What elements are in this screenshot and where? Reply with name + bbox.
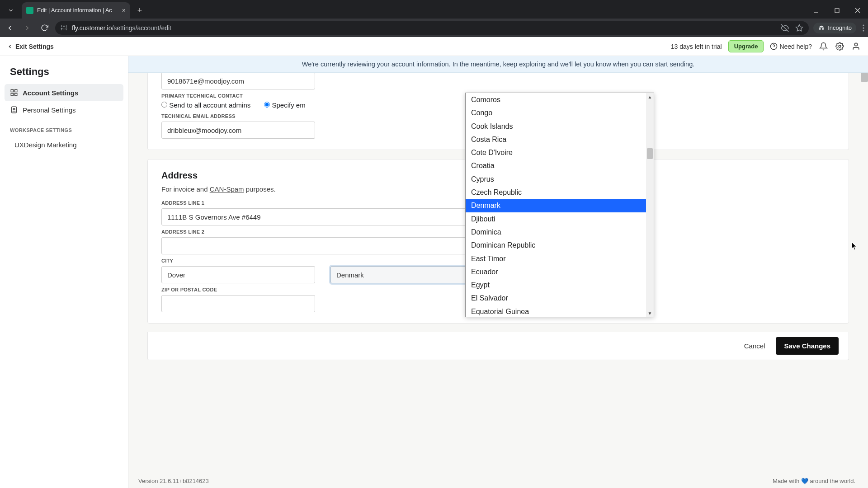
country-option[interactable]: Congo — [466, 106, 646, 119]
browser-tab[interactable]: Edit | Account information | Ac × — [22, 2, 130, 19]
country-option[interactable]: Czech Republic — [466, 186, 646, 199]
heart-icon: 💙 — [801, 478, 808, 484]
need-help-button[interactable]: Need help? — [770, 42, 812, 50]
site-settings-icon[interactable] — [61, 24, 67, 31]
url-text: fly.customer.io/settings/account/edit — [72, 24, 171, 32]
save-changes-button[interactable]: Save Changes — [776, 337, 839, 355]
version-text: Version 21.6.11+b8214623 — [138, 478, 209, 484]
address-line2-input[interactable] — [161, 237, 469, 254]
svg-point-21 — [854, 43, 857, 46]
country-select[interactable]: Denmark — [330, 266, 484, 283]
gear-icon[interactable] — [835, 42, 844, 52]
dropdown-scrollbar[interactable]: ▲ ▼ — [646, 93, 654, 317]
incognito-icon — [818, 24, 825, 32]
country-option[interactable]: Cote D'Ivoire — [466, 146, 646, 159]
scroll-up-arrow[interactable]: ▲ — [646, 93, 654, 100]
country-dropdown-list[interactable]: ComorosCongoCook IslandsCosta RicaCote D… — [465, 93, 654, 317]
bookmark-star-icon[interactable] — [795, 24, 803, 32]
browser-address-bar: fly.customer.io/settings/account/edit In… — [0, 19, 868, 37]
app-top-bar: Exit Settings 13 days left in trial Upgr… — [0, 37, 868, 56]
radio-specify-email[interactable]: Specify em — [264, 101, 305, 109]
favicon-icon — [26, 7, 33, 14]
scroll-down-arrow[interactable]: ▼ — [646, 310, 654, 317]
svg-point-20 — [839, 45, 841, 47]
profile-icon[interactable] — [851, 42, 861, 52]
maximize-icon[interactable] — [826, 2, 847, 19]
url-input[interactable]: fly.customer.io/settings/account/edit — [55, 21, 809, 35]
new-tab-button[interactable]: + — [133, 4, 146, 17]
trial-status: 13 days left in trial — [671, 43, 722, 50]
cancel-button[interactable]: Cancel — [744, 342, 765, 350]
sidebar-item-personal-settings[interactable]: Personal Settings — [5, 101, 123, 118]
chevron-left-icon — [7, 44, 13, 49]
country-option[interactable]: Ecuador — [466, 265, 646, 278]
minimize-icon[interactable] — [806, 2, 826, 19]
tab-search-dropdown[interactable] — [0, 2, 22, 19]
country-option[interactable]: Dominican Republic — [466, 239, 646, 252]
sidebar: Settings Account SettingsPersonal Settin… — [0, 56, 128, 488]
kebab-menu-icon[interactable] — [863, 24, 864, 32]
user-icon — [10, 106, 18, 114]
label-city: CITY — [161, 258, 315, 263]
country-option[interactable]: Denmark — [466, 199, 646, 212]
mouse-cursor-icon — [851, 242, 858, 250]
svg-point-15 — [863, 24, 864, 26]
close-window-icon[interactable] — [847, 2, 868, 19]
city-input[interactable] — [161, 266, 315, 283]
country-option[interactable]: East Timor — [466, 252, 646, 265]
svg-rect-25 — [11, 94, 13, 96]
zip-input[interactable] — [161, 295, 315, 312]
close-tab-icon[interactable]: × — [122, 7, 126, 14]
country-option[interactable]: Costa Rica — [466, 133, 646, 146]
made-with-love: Made with 💙 around the world. — [773, 478, 855, 484]
country-option[interactable]: Comoros — [466, 93, 646, 106]
country-option[interactable]: Egypt — [466, 278, 646, 291]
tab-title: Edit | Account information | Ac — [37, 7, 112, 14]
reload-icon[interactable] — [38, 22, 51, 34]
notifications-icon[interactable] — [818, 42, 828, 52]
help-circle-icon — [770, 42, 778, 50]
svg-rect-23 — [15, 89, 17, 92]
address-line1-input[interactable] — [161, 208, 469, 225]
tech-email-input[interactable] — [161, 122, 315, 139]
incognito-badge[interactable]: Incognito — [813, 23, 856, 33]
upgrade-button[interactable]: Upgrade — [728, 40, 764, 52]
exit-settings-button[interactable]: Exit Settings — [7, 43, 54, 50]
forward-icon[interactable] — [21, 22, 33, 34]
svg-point-17 — [863, 30, 864, 31]
workspace-item[interactable]: UXDesign Marketing — [5, 136, 123, 153]
svg-marker-14 — [796, 24, 803, 31]
country-option[interactable]: Djibouti — [466, 212, 646, 225]
svg-rect-22 — [11, 89, 13, 92]
sidebar-item-account-settings[interactable]: Account Settings — [5, 84, 123, 101]
can-spam-link[interactable]: CAN-Spam — [210, 185, 244, 193]
back-icon[interactable] — [4, 22, 16, 34]
label-zip: ZIP OR POSTAL CODE — [161, 287, 315, 292]
country-option[interactable]: Croatia — [466, 159, 646, 172]
account-email-input[interactable] — [161, 73, 315, 89]
workspace-settings-heading: WORKSPACE SETTINGS — [5, 118, 123, 136]
svg-point-27 — [13, 108, 15, 110]
country-option[interactable]: Dominica — [466, 225, 646, 239]
country-option[interactable]: Cyprus — [466, 173, 646, 186]
scroll-thumb[interactable] — [647, 148, 653, 159]
svg-point-16 — [863, 27, 864, 28]
country-option[interactable]: El Salvador — [466, 291, 646, 305]
svg-rect-24 — [15, 94, 17, 96]
svg-rect-1 — [835, 9, 839, 13]
eye-off-icon[interactable] — [781, 24, 789, 32]
radio-all-admins[interactable]: Send to all account admins — [161, 101, 250, 109]
grid-icon — [10, 89, 18, 97]
country-option[interactable]: Cook Islands — [466, 120, 646, 133]
review-banner: We're currently reviewing your account i… — [128, 56, 868, 73]
form-footer: Cancel Save Changes — [147, 332, 849, 360]
sidebar-title: Settings — [5, 64, 123, 84]
country-option[interactable]: Equatorial Guinea — [466, 305, 646, 317]
browser-tab-strip: Edit | Account information | Ac × + — [0, 0, 868, 19]
